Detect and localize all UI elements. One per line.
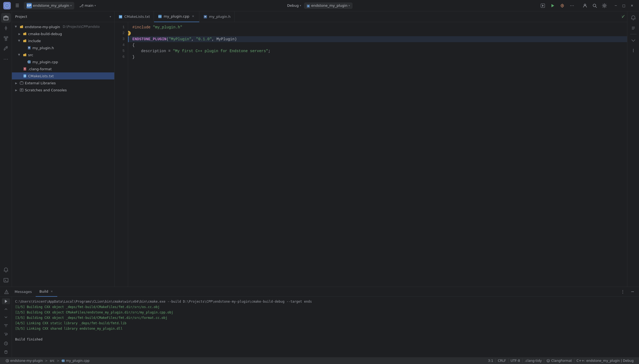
code-editor[interactable]: 1 2 3 4 5 6 #include "my_plugin.h" ! [115, 22, 627, 287]
tree-item-src[interactable]: ▶ src [12, 51, 114, 58]
status-clang-tidy[interactable]: .clang-tidy [523, 357, 544, 364]
tree-file-icon-cmakelists: CM [23, 74, 27, 78]
tree-item-clang-format[interactable]: ▶ Y .clang-format [12, 65, 114, 72]
bottom-tab-build-close[interactable]: ✕ [50, 290, 53, 293]
tree-label-src: src [28, 53, 33, 57]
window-controls: ─ □ ✕ [612, 2, 636, 9]
tree-item-ext-libs[interactable]: ▶ External Libraries [12, 79, 114, 86]
svg-text:C++: C++ [27, 61, 31, 63]
tab-my-plugin-h[interactable]: H my_plugin.h [199, 11, 235, 22]
code-line-4: { [132, 42, 627, 48]
build-step-5: [5/5] Linking CXX shared library endston… [15, 327, 122, 330]
tree-item-include[interactable]: ▶ include [12, 37, 114, 44]
svg-text:C++: C++ [158, 16, 162, 17]
right-sidebar-notification-icon[interactable] [628, 13, 638, 23]
sidebar-icon-more[interactable]: ⋯ [1, 54, 11, 64]
tree-label-cmake-build: cmake-build-debug [28, 32, 62, 36]
tree-item-cmakelists[interactable]: ▶ CM CMakeLists.txt [12, 72, 114, 79]
tab-cmakelists[interactable]: CM CMakeLists.txt [115, 11, 154, 22]
tree-item-root[interactable]: ▶ endstone-my-plugin D:\Projects\CPP\end… [12, 23, 114, 30]
more-actions-button[interactable]: ⋯ [568, 1, 576, 10]
tab-icon-header: H [203, 15, 208, 19]
right-sidebar-list-icon[interactable] [628, 23, 638, 33]
debug-button[interactable] [558, 1, 567, 10]
status-line-ending[interactable]: CRLF [496, 357, 508, 364]
status-config[interactable]: C++: endstone_my_plugin | Debug [574, 357, 636, 364]
build-icon-wrap[interactable] [1, 330, 11, 338]
tree-folder-icon-root [19, 25, 24, 29]
minimize-button[interactable]: ─ [612, 2, 620, 9]
sidebar-icon-commit[interactable] [1, 23, 11, 33]
status-clang-tidy-label: .clang-tidy [525, 359, 542, 363]
status-encoding[interactable]: UTF-8 [508, 357, 522, 364]
debug-label: Debug [287, 4, 299, 8]
build-icon-clock[interactable] [1, 340, 11, 347]
code-version: "0.1.0" [196, 36, 212, 42]
status-position[interactable]: 3:1 [486, 357, 495, 364]
status-src[interactable]: src [48, 357, 57, 364]
svg-point-3 [562, 5, 563, 6]
run-target-selector[interactable]: ▣ endstone_my_plugin ▾ [304, 2, 353, 9]
tree-label-my-plugin-cpp: my_plugin.cpp [32, 60, 58, 64]
build-line-empty [15, 331, 636, 337]
sidebar-icon-notifications[interactable] [1, 265, 11, 275]
run-with-coverage-button[interactable] [538, 1, 547, 10]
code-content[interactable]: #include "my_plugin.h" ! ENDSTONE_PLUGIN… [128, 22, 627, 287]
branch-selector[interactable]: ⎇ main ▾ [76, 2, 99, 9]
build-icon-trash[interactable] [1, 348, 11, 355]
sidebar-icon-project[interactable] [1, 13, 11, 23]
account-icon[interactable] [581, 1, 589, 10]
project-panel-title: Project [15, 15, 108, 19]
hamburger-menu-button[interactable]: ☰ [13, 1, 22, 10]
tree-label-clang-format: .clang-format [28, 67, 52, 71]
status-sep-1: > [45, 359, 48, 363]
svg-text:Y: Y [24, 68, 26, 70]
sidebar-icon-structure[interactable] [1, 34, 11, 43]
debug-config-selector[interactable]: Debug ▾ [285, 2, 304, 9]
right-sidebar-expand-icon[interactable] [628, 35, 638, 45]
titlebar-center: Debug ▾ ▣ endstone_my_plugin ▾ [101, 2, 536, 9]
code-include-string: "my_plugin.h" [153, 24, 182, 30]
status-project[interactable]: endstone-my-plugin [3, 357, 45, 364]
status-clang-format[interactable]: ⚙ ClangFormat [544, 357, 574, 364]
tree-item-cmake-build[interactable]: ▶ cmake-build-debug [12, 30, 114, 37]
sidebar-icon-build[interactable] [1, 44, 11, 54]
bottom-more-button[interactable]: ⋮ [618, 288, 627, 296]
tree-item-my-plugin-h[interactable]: ▶ H my_plugin.h [12, 44, 114, 51]
tab-close-my-plugin-cpp[interactable]: ✕ [191, 14, 195, 19]
bottom-tab-build[interactable]: Build ✕ [36, 287, 58, 297]
status-file[interactable]: C++ my_plugin.cpp [59, 357, 92, 364]
bottom-minimize-button[interactable]: ─ [628, 288, 637, 296]
build-icon-filter[interactable] [1, 322, 11, 329]
tree-label-cmakelists: CMakeLists.txt [28, 74, 54, 78]
tree-item-my-plugin-cpp[interactable]: ▶ C++ my_plugin.cpp [12, 58, 114, 65]
code-close-brace: } [132, 54, 135, 60]
close-button[interactable]: ✕ [628, 2, 636, 9]
tree-chevron-cmake-build: ▶ [17, 32, 22, 36]
tree-chevron-scratches: ▶ [14, 88, 18, 92]
project-selector[interactable]: EP endstone_my_plugin ▾ [24, 2, 74, 9]
tab-my-plugin-cpp[interactable]: C++ my_plugin.cpp ✕ [154, 11, 199, 22]
bottom-content-area: C:\Users\Vincent\AppData\Local\Programs\… [0, 297, 639, 357]
run-button[interactable] [548, 1, 557, 10]
build-icon-scroll-up[interactable] [1, 305, 11, 313]
project-panel: Project ▾ ▶ endstone-my-plugin D:\Projec… [12, 11, 115, 287]
search-icon-button[interactable] [590, 1, 599, 10]
maximize-button[interactable]: □ [620, 2, 628, 9]
code-macro-name: ENDSTONE_PLUGIN [132, 36, 166, 42]
settings-icon[interactable] [600, 1, 609, 10]
build-icon-run[interactable] [2, 298, 10, 304]
build-step-3: [3/5] Building CXX object _deps/fmt-buil… [15, 316, 168, 320]
tree-item-scratches[interactable]: ▶ Scratches and Consoles [12, 86, 114, 93]
bottom-tab-messages[interactable]: Messages [11, 287, 36, 297]
sidebar-icon-terminal[interactable] [1, 275, 11, 285]
bottom-left-icon-warning[interactable] [2, 288, 11, 296]
tab-label-my-plugin-h: my_plugin.h [209, 15, 230, 19]
right-sidebar-collapse-icon[interactable] [628, 46, 638, 55]
build-icon-scroll-down[interactable] [1, 314, 11, 321]
tree-chevron-root: ▶ [14, 25, 18, 29]
titlebar: ☰ EP endstone_my_plugin ▾ ⎇ main ▾ Debug… [0, 0, 639, 11]
status-clang-format-label: ClangFormat [551, 359, 572, 363]
main-content: ⋯ Project ▾ ▶ endstone-my-plugin D:\Proj… [0, 11, 639, 287]
status-file-label: my_plugin.cpp [66, 359, 90, 363]
